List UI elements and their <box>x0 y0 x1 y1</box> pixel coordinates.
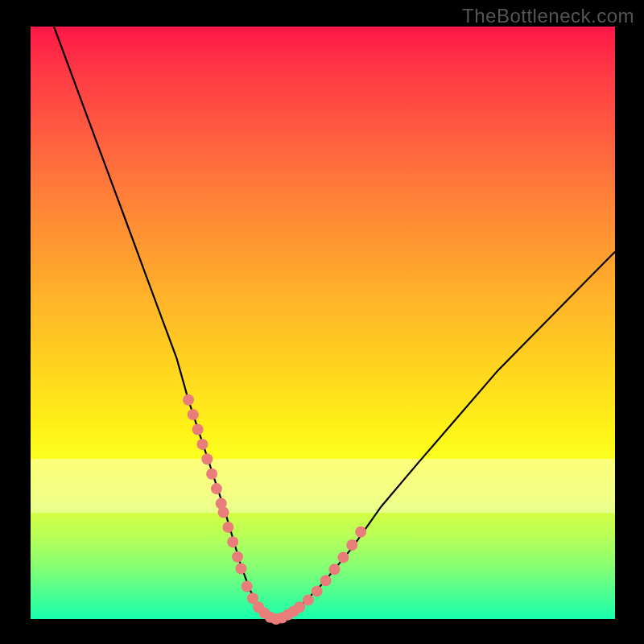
curve-dot <box>188 409 199 420</box>
curve-dot <box>196 439 208 450</box>
curve-dot <box>312 585 323 597</box>
curve-dot <box>232 551 243 563</box>
curve-dot <box>329 564 341 575</box>
curve-dot <box>227 536 238 547</box>
bottleneck-curve <box>54 27 615 619</box>
curve-svg <box>31 27 615 619</box>
curve-dot <box>242 581 253 592</box>
curve-dot <box>337 552 349 564</box>
curve-dot <box>355 526 366 538</box>
curve-dot <box>218 507 229 518</box>
chart-frame: TheBottleneck.com <box>0 0 644 644</box>
curve-dot <box>211 483 222 494</box>
curve-dot <box>222 522 233 533</box>
curve-dot <box>346 539 357 551</box>
curve-dot <box>183 394 194 406</box>
curve-dot <box>206 469 217 480</box>
curve-dot <box>303 594 314 605</box>
curve-dot <box>235 563 246 574</box>
dot-overlay <box>183 394 366 625</box>
curve-dot <box>294 601 305 613</box>
curve-dot <box>192 424 204 436</box>
curve-dot <box>201 453 213 464</box>
curve-dot <box>320 575 332 586</box>
watermark-text: TheBottleneck.com <box>462 5 634 27</box>
